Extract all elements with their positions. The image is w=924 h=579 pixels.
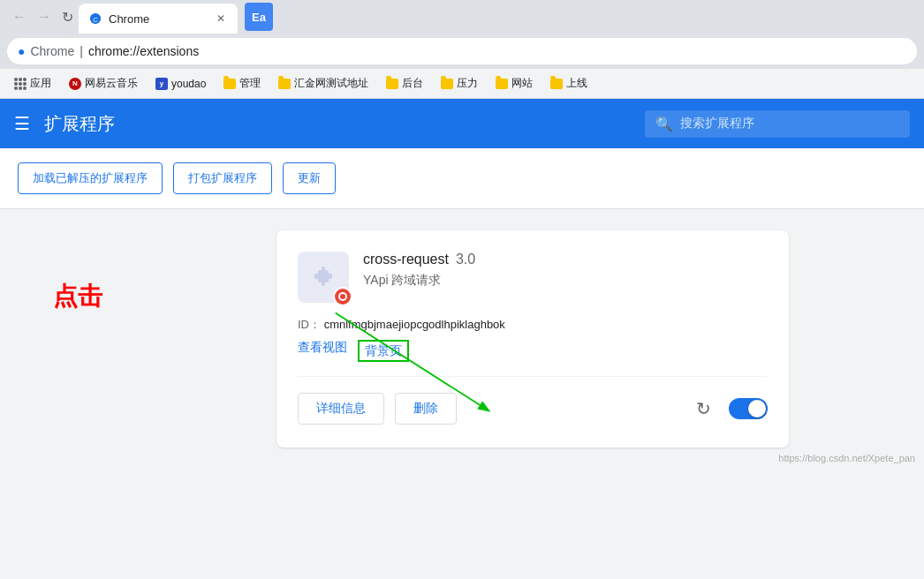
browser-tab-bar: ← → ↻ C Chrome ✕ Ea <box>0 0 924 34</box>
netease-icon: N <box>69 78 81 90</box>
extension-badge <box>333 287 352 306</box>
record-icon <box>337 290 349 303</box>
apps-bookmark[interactable]: 应用 <box>7 72 58 94</box>
extension-id-label: ID： <box>298 318 321 331</box>
extension-id-row: ID： cmnlfmgbjmaejiopcgodlhpiklaghbok <box>298 317 768 333</box>
svg-point-4 <box>340 294 345 299</box>
extensions-main: 点击 <box>0 209 924 469</box>
bookmark-huijin[interactable]: 汇金网测试地址 <box>271 72 375 94</box>
bookmark-netease-label: 网易云音乐 <box>85 76 138 91</box>
toggle-track[interactable] <box>729 398 768 419</box>
shield-icon: ● <box>18 44 25 58</box>
bookmark-youdao[interactable]: y youdao <box>148 74 213 94</box>
bookmark-huijin-label: 汇金网测试地址 <box>294 76 368 91</box>
forward-button[interactable]: → <box>32 4 57 30</box>
youdao-icon: y <box>155 78 168 90</box>
extension-name-row: cross-request 3.0 <box>363 252 768 267</box>
search-placeholder: 搜索扩展程序 <box>680 116 754 132</box>
bookmark-youdao-label: youdao <box>171 78 206 90</box>
active-tab[interactable]: C Chrome ✕ <box>79 4 238 34</box>
search-box[interactable]: 🔍 搜索扩展程序 <box>645 110 910 138</box>
tab-close-button[interactable]: ✕ <box>215 11 227 26</box>
bookmark-website[interactable]: 网站 <box>489 72 540 94</box>
svg-text:C: C <box>93 16 98 24</box>
bookmark-stress-label: 压力 <box>457 76 478 91</box>
folder-icon-2 <box>278 79 291 89</box>
delete-button[interactable]: 删除 <box>395 393 457 425</box>
back-button[interactable]: ← <box>7 4 32 30</box>
background-page-highlight[interactable]: 背景页 <box>358 340 409 362</box>
tab-title: Chrome <box>109 12 208 26</box>
extensions-toolbar: 加载已解压的扩展程序 打包扩展程序 更新 <box>0 148 924 209</box>
extension-icon-wrap <box>298 252 349 303</box>
extension-version: 3.0 <box>456 252 475 267</box>
extension-actions: 详细信息 删除 ↻ <box>298 376 768 426</box>
pack-extension-button[interactable]: 打包扩展程序 <box>173 162 272 194</box>
bookmark-website-label: 网站 <box>511 76 533 91</box>
ea-extension-icon[interactable]: Ea <box>245 3 273 31</box>
apps-icon <box>14 78 27 90</box>
reload-extension-button[interactable]: ↻ <box>689 391 718 426</box>
bookmark-netease[interactable]: N 网易云音乐 <box>62 72 145 94</box>
extension-card: cross-request 3.0 YApi 跨域请求 ID： cmnlfmgb… <box>276 230 789 447</box>
view-views-link[interactable]: 查看视图 <box>298 340 347 362</box>
enable-toggle[interactable] <box>729 398 768 419</box>
extension-name: cross-request <box>363 252 449 267</box>
puzzle-icon <box>307 261 339 293</box>
apps-label: 应用 <box>30 76 51 91</box>
bookmark-backend[interactable]: 后台 <box>379 72 430 94</box>
extension-links: 查看视图 背景页 <box>298 340 768 362</box>
details-button[interactable]: 详细信息 <box>298 393 384 425</box>
folder-icon-5 <box>496 79 508 89</box>
search-icon: 🔍 <box>655 116 673 132</box>
annotation-text: 点击 <box>53 280 102 313</box>
address-host: chrome://extensions <box>88 44 199 58</box>
bookmark-manage-label: 管理 <box>239 76 261 91</box>
bookmark-online[interactable]: 上线 <box>543 72 595 94</box>
address-bar: ● Chrome | chrome://extensions <box>0 34 924 69</box>
watermark: https://blog.csdn.net/Xpete_pan <box>778 453 915 463</box>
background-page-link[interactable]: 背景页 <box>365 343 402 357</box>
extension-description: YApi 跨域请求 <box>363 273 768 289</box>
extension-meta: ID： cmnlfmgbjmaejiopcgodlhpiklaghbok 查看视… <box>298 317 768 362</box>
bookmark-manage[interactable]: 管理 <box>216 72 268 94</box>
folder-icon-4 <box>441 79 453 89</box>
menu-icon[interactable]: ☰ <box>14 113 30 134</box>
toggle-thumb <box>748 400 766 417</box>
reload-page-button[interactable]: ↻ <box>57 4 79 31</box>
extensions-header: ☰ 扩展程序 🔍 搜索扩展程序 <box>0 99 924 148</box>
extension-id-value: cmnlfmgbjmaejiopcgodlhpiklaghbok <box>324 318 505 331</box>
address-input[interactable]: ● Chrome | chrome://extensions <box>7 38 917 64</box>
update-button[interactable]: 更新 <box>283 162 336 194</box>
folder-icon-6 <box>550 79 563 89</box>
bookmark-stress[interactable]: 压力 <box>434 72 485 94</box>
folder-icon-3 <box>386 79 398 89</box>
bookmark-backend-label: 后台 <box>402 76 423 91</box>
folder-icon <box>223 79 236 89</box>
load-unpacked-button[interactable]: 加载已解压的扩展程序 <box>18 162 163 194</box>
address-separator: | <box>80 44 83 58</box>
extension-card-top: cross-request 3.0 YApi 跨域请求 <box>298 252 768 303</box>
bookmarks-bar: 应用 N 网易云音乐 y youdao 管理 汇金网测试地址 后台 压力 网站 … <box>0 69 924 99</box>
page-title: 扩展程序 <box>44 112 631 136</box>
address-scheme: Chrome <box>30 44 74 58</box>
extension-info: cross-request 3.0 YApi 跨域请求 <box>363 252 768 303</box>
bookmark-online-label: 上线 <box>566 76 587 91</box>
